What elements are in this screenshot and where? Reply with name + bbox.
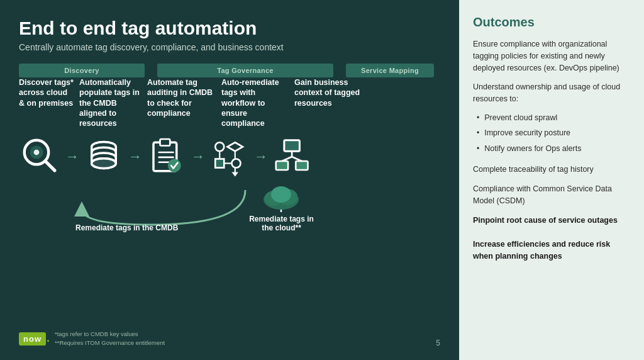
icons-flow-row: → → [19,135,440,179]
outcomes-panel: Outcomes Ensure compliance with organiza… [459,0,644,360]
cloud-section: Remediate tags in the cloud** [245,181,318,232]
outcomes-para-5: Pinpoint root cause of service outages [473,215,630,227]
workflow-icon [208,135,252,179]
svg-rect-20 [215,159,224,168]
discovery-header: Discovery [19,64,145,77]
service-map-icon [270,135,314,179]
mapping-header: Service Mapping [346,64,434,77]
bullet-text-2: Improve security posture [484,128,570,139]
svg-point-2 [34,150,40,155]
bullet-2: • Improve security posture [473,128,630,139]
bullet-text-1: Prevent cloud sprawl [484,113,557,124]
column-headers: Discovery Tag Governance Service Mapping [19,64,440,77]
page-number: 5 [436,339,440,347]
outcomes-para-6: Increase efficiencies and reduce risk wh… [473,239,630,262]
magnifier-icon [19,135,63,179]
svg-rect-28 [284,140,300,152]
outcomes-para-1: Ensure compliance with organizational ta… [473,38,630,74]
label-5: Gain business context of tagged resource… [294,77,362,108]
governance-header: Tag Governance [157,64,333,77]
svg-rect-13 [160,139,170,146]
main-panel: End to end tag automation Centrally auto… [0,0,459,360]
label-4: Auto-remediate tags with workflow to ens… [221,77,289,128]
clipboard-icon [145,135,189,179]
bullet-1: • Prevent cloud sprawl [473,113,630,124]
cloud-icon [261,181,302,212]
svg-marker-27 [232,172,239,177]
arrow-2: → [128,149,142,165]
arrow-1: → [65,149,79,165]
svg-point-17 [168,159,181,172]
top-labels: Discover tags* across cloud & on premise… [19,77,440,128]
now-logo: now [19,332,46,346]
svg-point-37 [271,186,291,203]
bottom-flow: Remediate tags in the CMDB Remediate tag… [19,181,440,250]
outcomes-title: Outcomes [473,15,630,30]
svg-rect-29 [276,161,288,170]
svg-point-11 [92,159,116,169]
bullet-text-3: Notify owners for Ops alerts [484,143,581,155]
svg-point-18 [215,143,224,152]
footer-note-2: **Requires ITOM Governance entitlement [55,339,165,347]
outcomes-para-3: Complete traceability of tag history [473,164,630,176]
svg-point-21 [232,159,241,168]
outcomes-para-4: Compliance with Common Service Data Mode… [473,183,630,207]
label-1: Discover tags* across cloud & on premise… [19,77,74,108]
footer-note-1: *tags refer to CMDB key values [55,330,165,339]
footer: now. *tags refer to CMDB key values **Re… [19,325,440,348]
outcomes-para-2: Understand ownership and usage of cloud … [473,81,630,105]
bullet-dot-3: • [477,144,479,153]
svg-line-3 [45,161,55,171]
svg-rect-30 [296,161,308,170]
svg-marker-19 [228,143,243,152]
database-icon [82,135,126,179]
remediate-cloud-label: Remediate tags in the cloud** [245,215,318,232]
footer-notes: *tags refer to CMDB key values **Require… [55,330,165,348]
page-subtitle: Centrally automate tag discovery, compli… [19,42,440,52]
bullet-dot-1: • [477,113,479,122]
label-3: Automate tag auditing in CMDB to check f… [147,77,216,118]
page-title: End to end tag automation [19,18,440,38]
label-2: Automatically populate tags in the CMDB … [79,77,142,128]
now-logo-box: now. [19,332,50,345]
bullet-3: • Notify owners for Ops alerts [473,143,630,155]
arrow-3: → [191,149,205,165]
remediate-cmdb-label: Remediate tags in the CMDB [75,223,178,232]
arrow-4: → [254,149,268,165]
bullet-dot-2: • [477,128,479,137]
